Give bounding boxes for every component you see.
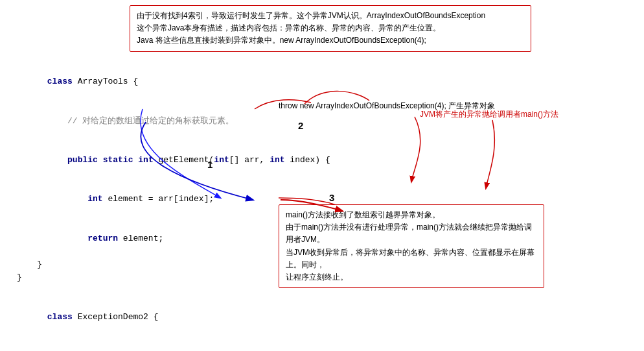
bottom-box-line1: main()方法接收到了数组索引越界异常对象。 <box>286 210 440 219</box>
number-1: 1 <box>207 159 213 170</box>
top-annotation-box: 由于没有找到4索引，导致运行时发生了异常。这个异常JVM认识。ArrayInde… <box>130 5 531 52</box>
bottom-annotation-box: main()方法接收到了数组索引越界异常对象。 由于main()方法并没有进行处… <box>279 204 544 288</box>
bottom-box-line4: 让程序立刻终止。 <box>286 272 348 282</box>
bottom-box-line2: 由于main()方法并没有进行处理异常，main()方法就会继续把异常抛给调用者… <box>286 223 532 244</box>
code-line-method1-sig: public static int getElement(int[] arr, … <box>17 141 636 180</box>
bottom-box-line3: 当JVM收到异常后，将异常对象中的名称、异常内容、位置都显示在屏幕上。同时， <box>286 248 535 269</box>
top-box-line1: 由于没有找到4索引，导致运行时发生了异常。这个异常JVM认识。ArrayInde… <box>137 11 485 20</box>
top-box-line2: 这个异常Java本身有描述，描述内容包括：异常的名称、异常的内容、异常的产生位置… <box>137 23 441 32</box>
number-3: 3 <box>329 192 334 203</box>
main-container: 由于没有找到4索引，导致运行时发生了异常。这个异常JVM认识。ArrayInde… <box>0 0 644 351</box>
code-line-class1: class ArrayTools { <box>17 62 636 101</box>
number-2: 2 <box>298 120 303 131</box>
top-box-line3: Java 将这些信息直接封装到异常对象中。new ArrayIndexOutOf… <box>137 36 426 45</box>
jvm-label-text: JVM将产生的异常抛给调用者main()方法 <box>420 110 558 119</box>
code-line-class2: class ExceptionDemo2 { <box>17 298 636 337</box>
code-line-method2-sig: public static void main(String[] args) { <box>17 337 636 351</box>
jvm-annotation: JVM将产生的异常抛给调用者main()方法 <box>420 109 558 120</box>
